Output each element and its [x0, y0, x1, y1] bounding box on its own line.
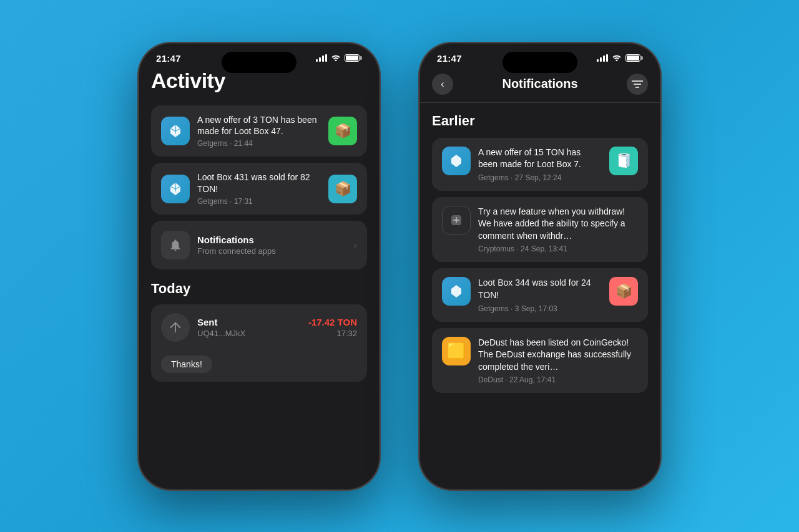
- section-today: Today: [151, 281, 367, 297]
- dynamic-island-left: [222, 52, 297, 73]
- battery-icon-r: [625, 54, 643, 62]
- notif-body-1: A new offer of 3 TON has been made for L…: [197, 114, 321, 148]
- getgems-icon-1: [161, 117, 190, 145]
- tx-right: -17.42 TON 17:32: [308, 317, 357, 338]
- rn4-text: DeDust has been listed on CoinGecko! The…: [478, 337, 638, 374]
- dynamic-island-right: [502, 52, 577, 73]
- notification-card-1[interactable]: A new offer of 3 TON has been made for L…: [151, 105, 367, 157]
- tx-time: 17:32: [308, 329, 357, 338]
- notif-thumb-1: 📦: [328, 117, 357, 145]
- rn3-body: Loot Box 344 was sold for 24 TON! Getgem…: [478, 277, 602, 312]
- tx-icon: [161, 313, 190, 342]
- back-button[interactable]: ‹: [432, 74, 453, 95]
- battery-icon: [345, 54, 362, 62]
- right-notif-1[interactable]: A new offer of 15 TON has been made for …: [432, 138, 648, 191]
- notif-body-2: Loot Box 431 was sold for 82 TON! Getgem…: [197, 172, 321, 206]
- rn2-body: Try a new feature when you withdraw! We …: [478, 206, 638, 254]
- right-phone-content: Earlier A new offer of 15 TON has been m…: [419, 113, 660, 491]
- wifi-icon-r: [612, 54, 622, 63]
- rn4-body: DeDust has been listed on CoinGecko! The…: [478, 337, 638, 385]
- connected-apps-subtitle: From connected apps: [197, 246, 276, 256]
- tx-address: UQ41...MJkX: [197, 329, 301, 338]
- time-right: 21:47: [437, 53, 462, 64]
- section-earlier: Earlier: [432, 113, 648, 129]
- dedust-icon: 🟨: [442, 337, 471, 365]
- nav-title: Notifications: [502, 77, 577, 91]
- rn3-thumb: 📦: [609, 277, 638, 306]
- rn3-text: Loot Box 344 was sold for 24 TON!: [478, 277, 602, 301]
- rn1-thumb: 🧻: [609, 147, 638, 175]
- right-notif-3[interactable]: Loot Box 344 was sold for 24 TON! Getgem…: [432, 268, 648, 321]
- tx-body: Sent UQ41...MJkX: [197, 317, 301, 338]
- nav-divider: [419, 102, 660, 103]
- rn1-text: A new offer of 15 TON has been made for …: [478, 147, 602, 171]
- connected-apps-text: Notifications From connected apps: [197, 235, 276, 256]
- connected-apps-title: Notifications: [197, 235, 276, 245]
- bell-icon: [161, 231, 190, 259]
- left-phone-content: Activity A new offer of 3 TON has been m…: [139, 69, 380, 478]
- right-notif-4[interactable]: 🟨 DeDust has been listed on CoinGecko! T…: [432, 328, 648, 394]
- connected-apps-card[interactable]: Notifications From connected apps ›: [151, 221, 367, 269]
- right-notif-2[interactable]: Try a new feature when you withdraw! We …: [432, 197, 648, 263]
- tx-title: Sent: [197, 317, 301, 327]
- transaction-card-1[interactable]: Sent UQ41...MJkX -17.42 TON 17:32 Thanks…: [151, 304, 367, 382]
- getgems-icon-2: [161, 175, 190, 203]
- rn2-sub: Cryptomus · 24 Sep, 13:41: [478, 244, 638, 253]
- rn1-body: A new offer of 15 TON has been made for …: [478, 147, 602, 182]
- rn3-sub: Getgems · 3 Sep, 17:03: [478, 304, 602, 313]
- notif-sub-1: Getgems · 21:44: [197, 139, 321, 148]
- status-icons-left: [316, 54, 362, 63]
- notif-sub-2: Getgems · 17:31: [197, 197, 321, 206]
- signal-icon: [316, 54, 327, 62]
- filter-button[interactable]: [627, 74, 648, 95]
- notification-card-2[interactable]: Loot Box 431 was sold for 82 TON! Getgem…: [151, 163, 367, 215]
- notif-text-2: Loot Box 431 was sold for 82 TON!: [197, 172, 321, 195]
- getgems-icon-r3: [442, 277, 471, 306]
- right-phone: 21:47 ‹ Notifications: [418, 42, 662, 491]
- notif-thumb-2: 📦: [328, 175, 357, 203]
- signal-icon-r: [597, 54, 608, 62]
- notif-text-1: A new offer of 3 TON has been made for L…: [197, 114, 321, 138]
- left-phone: 21:47 Activity: [137, 42, 381, 491]
- rn2-text: Try a new feature when you withdraw! We …: [478, 206, 638, 243]
- time-left: 21:47: [156, 53, 181, 64]
- getgems-icon-r1: [442, 147, 471, 175]
- status-icons-right: [597, 54, 643, 63]
- rn4-sub: DeDust · 22 Aug, 17:41: [478, 375, 638, 384]
- rn1-sub: Getgems · 27 Sep, 12:24: [478, 173, 602, 182]
- thanks-button[interactable]: Thanks!: [161, 355, 212, 373]
- cryptomus-icon: [442, 206, 471, 235]
- tx-amount: -17.42 TON: [308, 317, 357, 327]
- nav-bar: ‹ Notifications: [419, 69, 660, 102]
- chevron-right-icon: ›: [353, 239, 357, 252]
- wifi-icon: [331, 54, 341, 63]
